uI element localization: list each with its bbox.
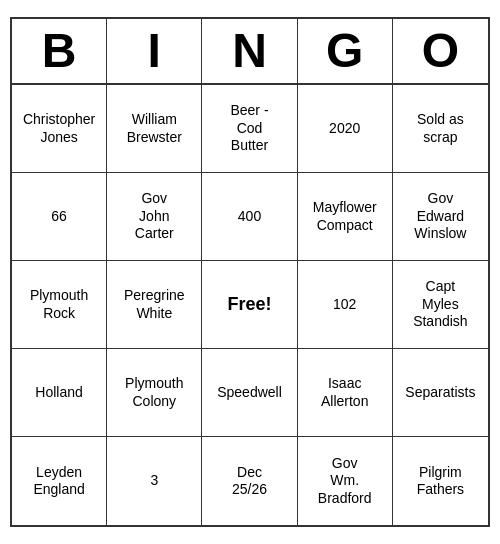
bingo-cell-4: Sold asscrap xyxy=(393,85,488,173)
bingo-cell-5: 66 xyxy=(12,173,107,261)
bingo-cell-18: IsaacAllerton xyxy=(298,349,393,437)
bingo-cell-11: PeregrineWhite xyxy=(107,261,202,349)
bingo-cell-6: GovJohnCarter xyxy=(107,173,202,261)
bingo-cell-24: PilgrimFathers xyxy=(393,437,488,525)
bingo-letter-o: O xyxy=(393,19,488,83)
bingo-cell-21: 3 xyxy=(107,437,202,525)
bingo-cell-10: PlymouthRock xyxy=(12,261,107,349)
bingo-cell-1: WilliamBrewster xyxy=(107,85,202,173)
bingo-cell-7: 400 xyxy=(202,173,297,261)
bingo-letter-b: B xyxy=(12,19,107,83)
bingo-cell-15: Holland xyxy=(12,349,107,437)
bingo-cell-12: Free! xyxy=(202,261,297,349)
bingo-card: BINGO ChristopherJonesWilliamBrewsterBee… xyxy=(10,17,490,527)
bingo-cell-17: Speedwell xyxy=(202,349,297,437)
bingo-cell-23: GovWm.Bradford xyxy=(298,437,393,525)
bingo-cell-16: PlymouthColony xyxy=(107,349,202,437)
bingo-cell-9: GovEdwardWinslow xyxy=(393,173,488,261)
bingo-letter-n: N xyxy=(202,19,297,83)
bingo-header: BINGO xyxy=(12,19,488,85)
bingo-cell-13: 102 xyxy=(298,261,393,349)
bingo-cell-22: Dec25/26 xyxy=(202,437,297,525)
bingo-cell-2: Beer -CodButter xyxy=(202,85,297,173)
bingo-cell-3: 2020 xyxy=(298,85,393,173)
bingo-grid: ChristopherJonesWilliamBrewsterBeer -Cod… xyxy=(12,85,488,525)
bingo-cell-0: ChristopherJones xyxy=(12,85,107,173)
bingo-letter-i: I xyxy=(107,19,202,83)
bingo-cell-14: CaptMylesStandish xyxy=(393,261,488,349)
bingo-cell-19: Separatists xyxy=(393,349,488,437)
bingo-cell-20: LeydenEngland xyxy=(12,437,107,525)
bingo-letter-g: G xyxy=(298,19,393,83)
bingo-cell-8: MayflowerCompact xyxy=(298,173,393,261)
